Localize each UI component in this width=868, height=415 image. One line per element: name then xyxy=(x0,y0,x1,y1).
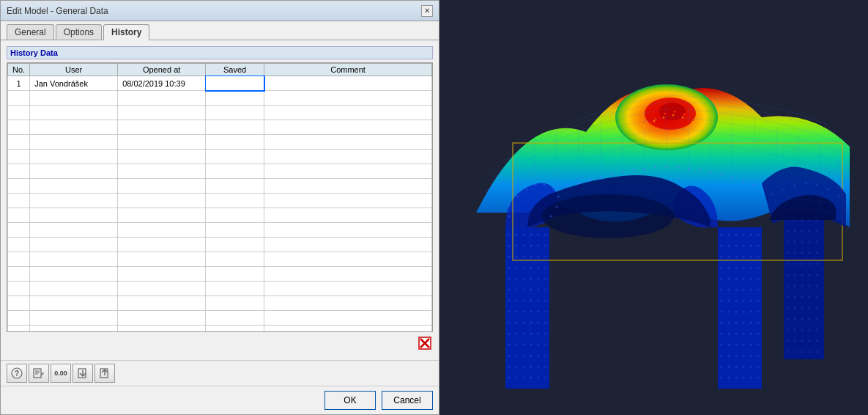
ok-button[interactable]: OK xyxy=(324,391,376,410)
svg-point-289 xyxy=(732,177,734,179)
svg-point-234 xyxy=(816,318,818,320)
svg-point-210 xyxy=(787,274,789,276)
svg-point-112 xyxy=(721,256,723,258)
svg-point-124 xyxy=(721,278,723,280)
col-header-comment: Comment xyxy=(264,64,432,76)
svg-point-177 xyxy=(757,366,760,368)
svg-point-203 xyxy=(809,252,811,254)
svg-point-32 xyxy=(545,256,547,258)
edit-button[interactable] xyxy=(29,364,49,383)
svg-point-325 xyxy=(653,120,656,122)
table-row-empty xyxy=(8,179,432,194)
svg-point-118 xyxy=(721,267,723,269)
svg-point-199 xyxy=(816,241,818,243)
svg-point-58 xyxy=(516,311,518,313)
delete-button[interactable] xyxy=(417,335,433,351)
svg-point-64 xyxy=(516,322,518,324)
close-button[interactable]: ✕ xyxy=(421,5,433,17)
svg-point-154 xyxy=(721,333,723,335)
svg-point-281 xyxy=(644,168,646,170)
right-column-2 xyxy=(784,213,824,359)
svg-point-214 xyxy=(816,274,818,276)
svg-point-236 xyxy=(794,329,796,331)
svg-point-306 xyxy=(772,194,774,196)
svg-point-227 xyxy=(801,307,804,309)
svg-point-208 xyxy=(809,263,811,265)
svg-point-136 xyxy=(721,300,723,302)
svg-point-207 xyxy=(801,263,804,265)
svg-point-277 xyxy=(600,177,602,179)
svg-point-24 xyxy=(530,245,533,247)
svg-point-109 xyxy=(743,245,745,247)
svg-point-152 xyxy=(750,322,752,324)
svg-point-197 xyxy=(801,241,804,243)
svg-point-40 xyxy=(516,278,518,280)
svg-point-156 xyxy=(735,333,738,335)
svg-point-159 xyxy=(757,333,760,335)
svg-point-51 xyxy=(508,300,511,302)
svg-point-114 xyxy=(735,256,738,258)
cell-user: Jan Vondrášek xyxy=(30,76,118,91)
tab-general[interactable]: General xyxy=(7,24,54,40)
svg-point-209 xyxy=(816,263,818,265)
svg-point-120 xyxy=(735,267,738,269)
svg-point-30 xyxy=(530,256,533,258)
tab-history[interactable]: History xyxy=(103,24,149,40)
svg-point-226 xyxy=(794,307,796,309)
svg-point-27 xyxy=(508,256,511,258)
svg-point-87 xyxy=(508,366,511,368)
import-button[interactable] xyxy=(73,364,93,383)
col-header-no: No. xyxy=(8,64,30,76)
svg-point-166 xyxy=(721,355,723,357)
left-column xyxy=(505,227,549,389)
number-format-button[interactable]: 0.00 xyxy=(51,364,71,383)
svg-point-158 xyxy=(750,333,752,335)
col-header-opened: Opened at xyxy=(118,64,206,76)
cell-comment xyxy=(264,76,432,91)
svg-point-88 xyxy=(516,366,518,368)
svg-point-206 xyxy=(794,263,796,265)
svg-point-198 xyxy=(809,241,811,243)
svg-point-138 xyxy=(735,300,738,302)
export-button[interactable] xyxy=(94,364,115,383)
svg-point-191 xyxy=(794,230,796,232)
svg-point-96 xyxy=(530,377,533,379)
table-row-empty xyxy=(8,106,432,120)
svg-point-16 xyxy=(516,234,518,236)
svg-point-204 xyxy=(816,252,818,254)
svg-point-107 xyxy=(728,245,730,247)
svg-point-119 xyxy=(728,267,730,269)
svg-point-55 xyxy=(538,300,540,302)
svg-point-45 xyxy=(508,289,511,291)
svg-point-147 xyxy=(757,311,760,313)
svg-point-110 xyxy=(750,245,752,247)
svg-point-35 xyxy=(523,267,525,269)
svg-point-130 xyxy=(721,289,723,291)
svg-point-123 xyxy=(757,267,760,269)
svg-point-139 xyxy=(743,300,745,302)
svg-point-111 xyxy=(757,245,760,247)
cell-saved[interactable] xyxy=(206,76,264,91)
svg-point-149 xyxy=(728,322,730,324)
svg-point-37 xyxy=(538,267,540,269)
svg-point-183 xyxy=(757,377,760,379)
svg-point-83 xyxy=(523,355,525,357)
svg-point-23 xyxy=(523,245,525,247)
table-row-empty xyxy=(8,326,432,333)
svg-point-43 xyxy=(538,278,540,280)
svg-point-331 xyxy=(655,118,657,120)
svg-point-93 xyxy=(508,377,511,379)
svg-point-144 xyxy=(735,311,738,313)
svg-point-103 xyxy=(743,234,745,236)
svg-point-219 xyxy=(816,285,818,287)
svg-point-182 xyxy=(750,377,752,379)
svg-point-235 xyxy=(787,329,789,331)
svg-point-98 xyxy=(545,377,547,379)
svg-point-28 xyxy=(516,256,518,258)
tab-options[interactable]: Options xyxy=(56,24,102,40)
svg-point-82 xyxy=(516,355,518,357)
svg-point-157 xyxy=(743,333,745,335)
help-button[interactable]: ? xyxy=(7,364,27,383)
cancel-button[interactable]: Cancel xyxy=(382,391,433,410)
svg-point-232 xyxy=(801,318,804,320)
